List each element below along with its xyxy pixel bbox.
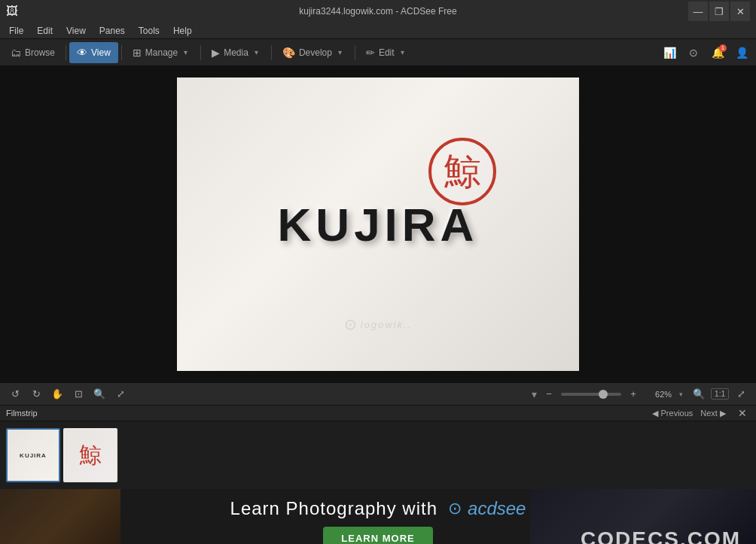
next-button[interactable]: Next ▶ (697, 408, 729, 419)
filmstrip-bar: Filmstrip ◀ Previous Next ▶ ✕ (0, 405, 756, 421)
tab-divider-3 (200, 45, 201, 60)
ad-banner: Learn Photography with ⊙ acdsee LEARN MO… (0, 489, 756, 544)
tab-view[interactable]: 👁 View (69, 42, 118, 63)
main-image-view: 鯨 KUJIRA ⊙ logowik.. (0, 66, 756, 382)
menu-tools[interactable]: Tools (133, 24, 166, 38)
menu-panes[interactable]: Panes (93, 24, 131, 38)
image-container: 鯨 KUJIRA ⊙ logowik.. (177, 77, 579, 371)
tab-browse[interactable]: 🗂 Browse (3, 42, 62, 63)
thumb-2-kanji: 鯨 (79, 440, 102, 471)
ad-content: Learn Photography with ⊙ acdsee LEARN MO… (230, 498, 526, 544)
tab-edit[interactable]: ✏ Edit ▾ (358, 42, 414, 63)
media-dropdown-arrow[interactable]: ▾ (252, 45, 261, 59)
restore-button[interactable]: ❐ (709, 2, 729, 21)
user-icon[interactable]: 👤 (730, 42, 753, 63)
magnify-button[interactable]: 🔍 (90, 386, 108, 403)
thumbnail-1[interactable]: KUJIRA (6, 428, 60, 482)
kujira-logo-text: KUJIRA (278, 198, 479, 251)
tab-manage-label: Manage (145, 47, 178, 58)
titlebar: 🖼 kujira3244.logowik.com - ACDSee Free —… (0, 0, 756, 23)
tab-media[interactable]: ▶ Media ▾ (204, 42, 268, 63)
watermark-icon: ⊙ (344, 315, 357, 333)
rotate-right-button[interactable]: ↻ (27, 386, 45, 403)
kujira-badge: 鯨 (428, 138, 496, 205)
thumbnail-2[interactable]: 鯨 (63, 428, 117, 482)
ad-title: Learn Photography with (230, 498, 438, 519)
tab-develop-label: Develop (299, 47, 332, 58)
view-toolbar: ↺ ↻ ✋ ⊡ 🔍 ⤢ ▾ − + 62% ▾ 🔍 1:1 ⤢ (0, 382, 756, 405)
kujira-image: 鯨 KUJIRA ⊙ logowik.. (177, 77, 579, 371)
nav-tabs-bar: 🗂 Browse 👁 View ⊞ Manage ▾ ▶ Media ▾ 🎨 D… (0, 39, 756, 66)
ad-title-text: Learn Photography with (230, 498, 438, 518)
menubar: File Edit View Panes Tools Help (0, 23, 756, 39)
tab-divider (66, 45, 66, 60)
tab-manage[interactable]: ⊞ Manage ▾ (125, 42, 197, 63)
rotate-left-button[interactable]: ↺ (6, 386, 24, 403)
previous-button[interactable]: ◀ Previous (649, 408, 696, 419)
tab-media-label: Media (224, 47, 248, 58)
zoom-1-1-button[interactable]: 1:1 (711, 388, 729, 400)
app-icon: 🖼 (6, 5, 18, 18)
ad-brand: acdsee (468, 498, 526, 519)
fit-button[interactable]: ⤢ (111, 386, 130, 403)
tab-view-label: View (91, 47, 111, 58)
manage-icon: ⊞ (133, 47, 142, 59)
tab-develop[interactable]: 🎨 Develop ▾ (275, 42, 352, 63)
tab-divider-2 (121, 45, 122, 60)
notification-button[interactable]: 🔔 1 (706, 42, 729, 63)
browse-icon: 🗂 (11, 47, 21, 59)
learn-more-button[interactable]: LEARN MORE (323, 527, 432, 544)
ad-photo-left (0, 489, 120, 544)
zoom-slider-thumb[interactable] (599, 390, 608, 399)
select-tool-button[interactable]: ⊡ (69, 386, 87, 403)
thumb-1-text: KUJIRA (20, 452, 47, 459)
zoom-in-button[interactable]: + (624, 386, 642, 403)
zoom-out-icon[interactable]: ▾ (532, 388, 537, 400)
menu-file[interactable]: File (3, 24, 29, 38)
ad-codecs: CODECS.COM (581, 527, 741, 544)
window-title: kujira3244.logowik.com - ACDSee Free (299, 6, 456, 17)
zoom-dropdown-arrow[interactable]: ▾ (675, 388, 687, 400)
kujira-kanji: 鯨 (444, 153, 481, 190)
circle-button[interactable]: ⊙ (682, 42, 705, 63)
zoom-out-button[interactable]: − (540, 386, 558, 403)
fullscreen-button[interactable]: ⤢ (732, 386, 750, 403)
ad-icon: ⊙ (448, 499, 462, 518)
develop-icon: 🎨 (282, 47, 295, 59)
edit-icon: ✏ (366, 47, 375, 59)
logowik-text: logowik.. (361, 319, 413, 330)
media-icon: ▶ (212, 47, 220, 59)
filmstrip-close-button[interactable]: ✕ (735, 407, 750, 419)
menu-view[interactable]: View (60, 24, 92, 38)
tab-divider-5 (355, 45, 355, 60)
zoom-magnify-button[interactable]: 🔍 (690, 386, 708, 403)
close-button[interactable]: ✕ (730, 2, 750, 21)
zoom-slider[interactable] (561, 393, 621, 396)
tab-divider-4 (271, 45, 272, 60)
filmstrip-label: Filmstrip (6, 409, 38, 418)
notification-badge: 1 (719, 44, 727, 52)
manage-dropdown-arrow[interactable]: ▾ (181, 45, 190, 59)
logowik-watermark: ⊙ logowik.. (344, 315, 413, 333)
view-icon: 👁 (77, 47, 87, 59)
menu-help[interactable]: Help (167, 24, 198, 38)
hand-tool-button[interactable]: ✋ (48, 386, 66, 403)
tab-browse-label: Browse (25, 47, 55, 58)
zoom-value: 62% (645, 390, 672, 399)
filmstrip-thumbnails: KUJIRA 鯨 (0, 421, 756, 489)
develop-dropdown-arrow[interactable]: ▾ (336, 45, 344, 59)
menu-edit[interactable]: Edit (31, 24, 59, 38)
chart-button[interactable]: 📊 (658, 42, 681, 63)
minimize-button[interactable]: — (688, 2, 708, 21)
edit-dropdown-arrow[interactable]: ▾ (398, 45, 407, 59)
tab-edit-label: Edit (379, 47, 395, 58)
